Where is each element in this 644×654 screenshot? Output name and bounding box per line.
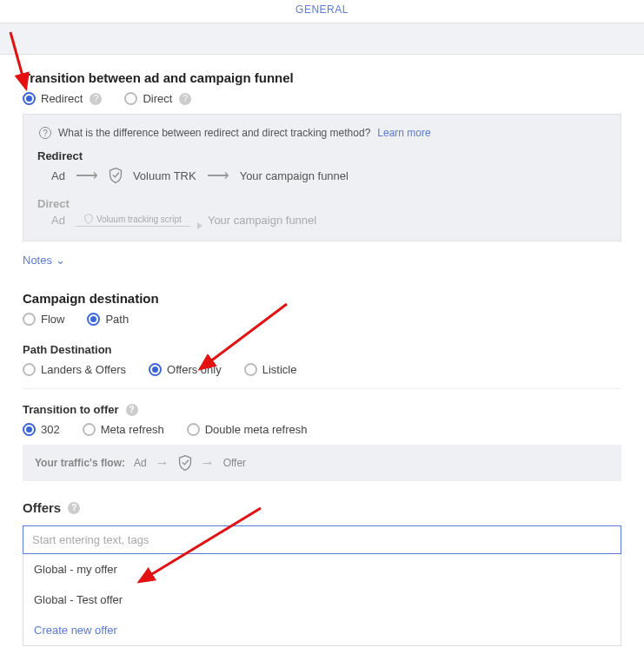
destination-title: Campaign destination [23,291,621,306]
radio-302[interactable]: 302 [23,423,60,436]
shield-icon [109,168,123,183]
traffic-flow-label: Your traffic's flow: [35,457,125,469]
radio-flow-label: Flow [41,313,64,326]
arrow-icon: ⟶ [207,166,229,185]
dropdown-item-offer[interactable]: Global - my offer [23,554,621,585]
radio-meta-refresh-label: Meta refresh [101,423,164,436]
radio-icon [149,363,162,376]
radio-landers-offers-label: Landers & Offers [41,363,126,376]
shield-icon [178,455,192,471]
radio-direct[interactable]: Direct ? [124,92,191,105]
offers-title: Offers ? [23,500,621,515]
dropdown-create-offer[interactable]: Create new offer [23,615,621,645]
arrow-icon: → [156,455,169,471]
radio-double-meta-refresh[interactable]: Double meta refresh [187,423,308,436]
flow-funnel: Your campaign funnel [240,169,349,182]
help-icon[interactable]: ? [90,93,102,105]
radio-meta-refresh[interactable]: Meta refresh [83,423,164,436]
radio-direct-label: Direct [143,92,172,105]
radio-landers-offers[interactable]: Landers & Offers [23,363,126,376]
path-destination-label: Path Destination [23,343,621,356]
chevron-down-icon: ⌄ [56,254,65,267]
transition-title: Transition between ad and campaign funne… [23,70,621,85]
notes-toggle[interactable]: Notes ⌄ [23,254,621,267]
tab-general[interactable]: GENERAL [0,0,644,23]
flow-trk: Voluum TRK [133,169,196,182]
header-band [0,23,644,55]
radio-listicle[interactable]: Listicle [244,363,297,376]
offers-dropdown: Global - my offer Global - Test offer Cr… [23,554,621,646]
radio-redirect-label: Redirect [41,92,83,105]
radio-icon [23,423,36,436]
info-question-text: What is the difference between redirect … [58,127,370,139]
redirect-flow-label: Redirect [37,149,607,162]
radio-icon [23,363,36,376]
help-icon[interactable]: ? [68,502,80,514]
radio-icon [187,423,200,436]
flow-offer: Offer [223,457,246,469]
offers-search-input[interactable] [23,525,621,554]
redirect-flow: Ad ⟶ Voluum TRK ⟶ Your campaign funnel [37,166,607,185]
flow-script: Voluum tracking script [96,215,182,224]
flow-funnel: Your campaign funnel [208,214,316,227]
path-destination-radio-group: Landers & Offers Offers only Listicle [23,363,621,376]
divider [23,388,621,389]
learn-more-link[interactable]: Learn more [377,127,430,139]
direct-flow-label: Direct [37,197,607,210]
transition-offer-title: Transition to offer ? [23,403,621,416]
radio-icon [83,423,96,436]
radio-path[interactable]: Path [87,313,129,326]
destination-radio-group: Flow Path [23,313,621,326]
flow-ad: Ad [51,214,65,227]
notes-label: Notes [23,254,52,267]
radio-flow[interactable]: Flow [23,313,64,326]
radio-icon [244,363,257,376]
traffic-flow-bar: Your traffic's flow: Ad → → Offer [23,445,621,481]
transition-offer-radio-group: 302 Meta refresh Double meta refresh [23,423,621,436]
radio-double-meta-refresh-label: Double meta refresh [205,423,308,436]
dropdown-item-offer[interactable]: Global - Test offer [23,585,621,615]
flow-ad: Ad [51,169,65,182]
direct-flow: Ad Voluum tracking script Your campaign … [37,214,607,227]
arrow-icon: ⟶ [76,166,98,185]
info-box: ? What is the difference between redirec… [23,114,621,241]
question-icon: ? [39,127,51,139]
help-icon[interactable]: ? [126,404,138,416]
radio-302-label: 302 [41,423,60,436]
transition-radio-group: Redirect ? Direct ? [23,92,621,105]
shield-icon [84,214,93,224]
radio-icon [23,92,36,105]
radio-icon [124,92,137,105]
script-arrow: Voluum tracking script [76,214,197,227]
flow-ad: Ad [134,457,147,469]
radio-path-label: Path [105,313,129,326]
help-icon[interactable]: ? [179,93,191,105]
radio-redirect[interactable]: Redirect ? [23,92,102,105]
radio-listicle-label: Listicle [262,363,297,376]
radio-offers-only-label: Offers only [167,363,222,376]
radio-icon [23,313,36,326]
info-question-row: ? What is the difference between redirec… [37,127,607,139]
radio-icon [87,313,100,326]
arrow-icon: → [201,455,215,471]
radio-offers-only[interactable]: Offers only [149,363,222,376]
